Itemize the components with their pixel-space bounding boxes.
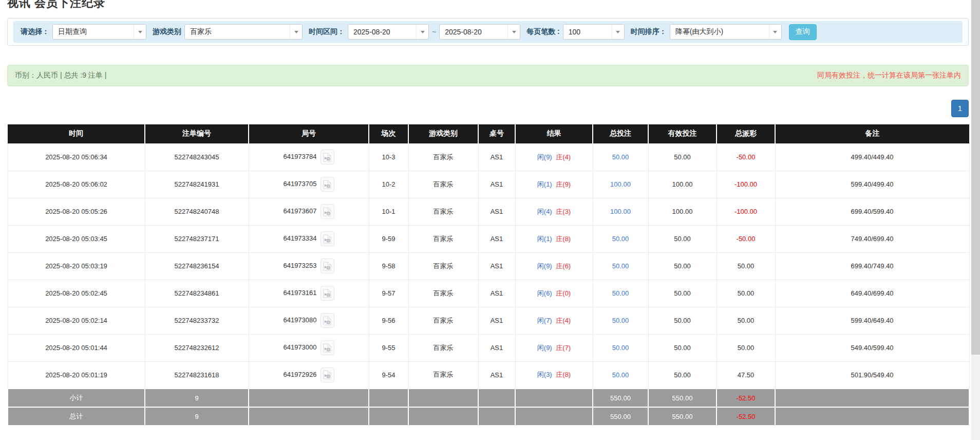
cell-valid-bet: 50.00	[648, 252, 717, 280]
round-id-value: 641973080	[283, 316, 316, 324]
subtotal-label: 小计	[8, 389, 145, 407]
result-banker: 庄(6)	[556, 262, 571, 270]
result-player: 闲(7)	[537, 317, 552, 324]
result-banker: 庄(8)	[556, 371, 571, 378]
video-replay-icon[interactable]	[321, 231, 334, 246]
table-header-row: 时间 注单编号 局号 场次 游戏类别 桌号 结果 总投注 有效投注 总派彩 备注	[8, 124, 969, 143]
main-content: 视讯 会员下注纪录 请选择： 日期查询 游戏类别 百家乐 时间区间： 2025-…	[7, 0, 969, 426]
cell-session: 9-57	[369, 280, 408, 307]
date-from-value: 2025-08-20	[348, 28, 390, 36]
subtotal-empty-table	[478, 389, 515, 407]
cell-result: 闲(6) 庄(0)	[515, 280, 593, 307]
table-row: 2025-08-20 05:06:02 522748241931 6419737…	[8, 171, 969, 198]
bet-records-table: 时间 注单编号 局号 场次 游戏类别 桌号 结果 总投注 有效投注 总派彩 备注…	[7, 124, 970, 426]
round-id-value: 641973000	[283, 343, 316, 351]
subtotal-payout: -52.50	[717, 389, 775, 407]
result-banker: 庄(4)	[556, 317, 571, 324]
total-empty-result	[515, 407, 593, 426]
video-replay-icon[interactable]	[321, 204, 334, 219]
cell-payout: 50.00	[717, 334, 775, 361]
cell-total-bet: 50.00	[593, 307, 648, 334]
cell-table-no: AS1	[478, 252, 515, 280]
query-type-select[interactable]: 日期查询	[52, 24, 146, 40]
cell-game-type: 百家乐	[408, 334, 478, 361]
scrollbar-thumb[interactable]	[971, 0, 980, 355]
chevron-down-icon	[134, 25, 146, 39]
currency-summary-text: 币别：人民币 | 总共 :9 注单 |	[15, 71, 106, 80]
game-type-value: 百家乐	[185, 27, 212, 36]
video-replay-icon[interactable]	[321, 313, 334, 328]
cell-valid-bet: 50.00	[648, 225, 717, 252]
video-replay-icon[interactable]	[321, 340, 334, 355]
cell-bet-id: 522748240748	[145, 198, 249, 225]
cell-table-no: AS1	[478, 198, 515, 225]
page-size-select[interactable]: 100	[563, 24, 625, 40]
cell-valid-bet: 100.00	[648, 198, 717, 225]
date-from-select[interactable]: 2025-08-20	[348, 24, 429, 40]
date-range-label: 时间区间：	[309, 27, 345, 36]
cell-remark: 699.40/599.40	[775, 198, 969, 225]
page-title: 视讯 会员下注纪录	[7, 0, 969, 11]
video-replay-icon[interactable]	[321, 150, 334, 164]
total-bet-link[interactable]: 50.00	[612, 262, 629, 270]
total-valid-bet: 550.00	[648, 407, 717, 426]
video-replay-icon[interactable]	[321, 286, 334, 301]
cell-remark: 699.40/749.40	[775, 252, 969, 280]
cell-session: 10-2	[369, 171, 408, 198]
cell-valid-bet: 50.00	[648, 143, 717, 171]
total-bet-link[interactable]: 50.00	[612, 153, 629, 161]
cell-total-bet: 50.00	[593, 361, 648, 389]
table-row: 2025-08-20 05:03:19 522748236154 6419732…	[8, 252, 969, 280]
cell-valid-bet: 50.00	[648, 280, 717, 307]
sort-select[interactable]: 降幂(由大到小)	[670, 24, 782, 40]
total-bet-link[interactable]: 50.00	[612, 371, 629, 379]
cell-table-no: AS1	[478, 361, 515, 389]
cell-session: 9-54	[369, 361, 408, 389]
result-player: 闲(6)	[537, 289, 552, 297]
page-1-button[interactable]: 1	[951, 100, 969, 117]
total-bet-link[interactable]: 50.00	[612, 344, 629, 352]
cell-total-bet: 100.00	[593, 171, 648, 198]
table-row: 2025-08-20 05:01:44 522748232612 6419730…	[8, 334, 969, 361]
video-replay-icon[interactable]	[321, 177, 334, 192]
cell-table-no: AS1	[478, 280, 515, 307]
header-round-id: 局号	[249, 124, 369, 143]
cell-time: 2025-08-20 05:05:26	[8, 198, 145, 225]
date-tilde: ~	[432, 28, 436, 36]
cell-time: 2025-08-20 05:01:19	[8, 361, 145, 389]
subtotal-row: 小计 9 550.00 550.00 -52.50	[8, 389, 969, 407]
filter-panel: 请选择： 日期查询 游戏类别 百家乐 时间区间： 2025-08-20 ~ 20…	[7, 18, 969, 46]
total-bet-link[interactable]: 100.00	[610, 208, 631, 215]
video-replay-icon[interactable]	[321, 368, 334, 382]
result-player: 闲(3)	[537, 371, 552, 378]
total-bet-link[interactable]: 50.00	[612, 289, 629, 297]
subtotal-total-bet: 550.00	[593, 389, 648, 407]
cell-time: 2025-08-20 05:02:45	[8, 280, 145, 307]
cell-total-bet: 50.00	[593, 143, 648, 171]
summary-bar: 币别：人民币 | 总共 :9 注单 | 同局有效投注，统一计算在该局第一张注单内	[7, 65, 969, 86]
total-bet-link[interactable]: 50.00	[612, 317, 629, 324]
chevron-down-icon	[507, 25, 520, 39]
game-type-select[interactable]: 百家乐	[184, 24, 303, 40]
subtotal-empty-result	[515, 389, 593, 407]
search-button[interactable]: 查询	[789, 24, 817, 40]
cell-bet-id: 522748236154	[145, 252, 249, 280]
cell-valid-bet: 100.00	[648, 171, 717, 198]
video-replay-icon[interactable]	[321, 259, 334, 273]
total-bet-link[interactable]: 100.00	[610, 180, 631, 188]
cell-total-bet: 50.00	[593, 225, 648, 252]
cell-bet-id: 522748243045	[145, 143, 249, 171]
sort-value: 降幂(由大到小)	[670, 27, 723, 36]
sort-label: 时间排序：	[631, 27, 667, 36]
vertical-scrollbar	[971, 0, 980, 440]
cell-payout: 50.00	[717, 307, 775, 334]
chevron-down-icon	[416, 25, 428, 39]
date-to-select[interactable]: 2025-08-20	[439, 24, 520, 40]
result-banker: 庄(7)	[556, 344, 571, 352]
cell-result: 闲(1) 庄(8)	[515, 225, 593, 252]
cell-round-id: 641973161	[249, 280, 369, 307]
cell-valid-bet: 50.00	[648, 307, 717, 334]
cell-payout: -50.00	[717, 225, 775, 252]
round-id-value: 641973784	[283, 153, 316, 160]
total-bet-link[interactable]: 50.00	[612, 235, 629, 243]
